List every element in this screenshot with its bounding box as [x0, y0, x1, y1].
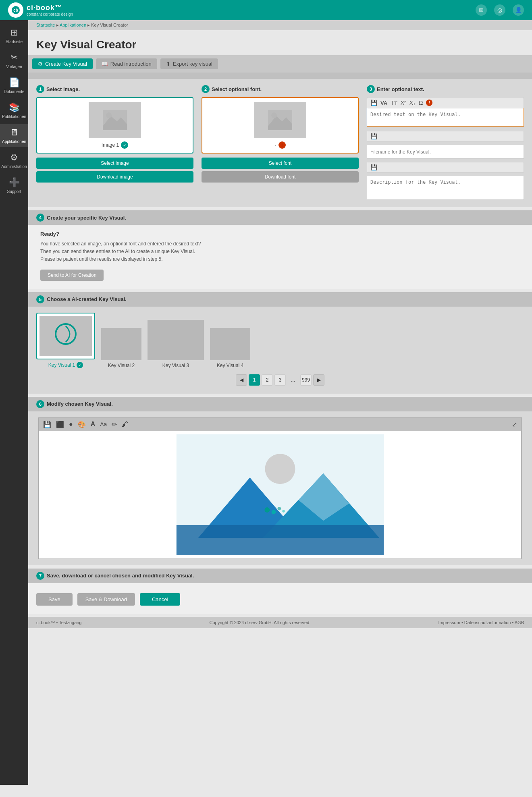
sidebar-item-startseite[interactable]: ⊞ Startseite [0, 24, 28, 47]
kv3-preview-icon [148, 320, 204, 360]
send-ai-button[interactable]: Send to AI for Creation [40, 270, 104, 281]
topbar: cb ci·book™ constant corporate design ✉ … [0, 0, 532, 20]
kv2-item[interactable]: Key Visual 2 [101, 328, 141, 368]
step5-header-label: Choose a AI-created Key Visual. [47, 296, 127, 302]
sidebar-label-startseite: Startseite [6, 39, 23, 44]
editor-format-icon[interactable]: 🖌 [122, 421, 128, 428]
subscript-icon[interactable]: X₁ [409, 100, 416, 106]
svg-text:cb: cb [13, 8, 18, 12]
page-prev[interactable]: ◀ [236, 374, 247, 386]
sidebar-item-publikationen[interactable]: 📚 Publikationen [0, 99, 28, 122]
editor-pen-icon[interactable]: ✏ [112, 421, 117, 428]
omega-icon[interactable]: Ω [419, 100, 423, 106]
tab-create[interactable]: ⚙ Create Key Visual [32, 58, 93, 69]
footer-impressum[interactable]: Impressum [438, 620, 460, 625]
gap5 [28, 614, 532, 617]
sidebar-item-support[interactable]: ➕ Support [0, 174, 28, 197]
step6-panel: 💾 ⬛ ● 🎨 A Aa ✏ 🖌 ⤢ [28, 411, 532, 565]
text-input[interactable] [367, 108, 524, 127]
editor-font-size-icon[interactable]: Aa [100, 421, 107, 428]
step4-ready-text: You have selected an image, an optional … [40, 240, 520, 264]
kv1-check: ✓ [77, 362, 83, 368]
kv4-item[interactable]: Key Visual 4 [210, 328, 250, 368]
svg-rect-18 [177, 525, 384, 555]
editor-color-icon[interactable]: 🎨 [78, 421, 86, 428]
step1-label: 1 Select image. [36, 85, 193, 93]
superscript-icon[interactable]: X² [401, 100, 406, 106]
kv4-thumb [210, 328, 250, 360]
save-button[interactable]: Save [36, 593, 73, 606]
kv2-thumb [101, 328, 141, 360]
step3-label: 3 Enter optional text. [367, 85, 524, 93]
editor-crop-icon[interactable]: ⬛ [56, 421, 64, 428]
editor-text-icon[interactable]: A [91, 421, 96, 428]
footer-datenschutz[interactable]: Datenschutzinformation [464, 620, 511, 625]
step2-label: 2 Select optional font. [202, 85, 359, 93]
sidebar-item-applikationen[interactable]: 🖥 Applikationen [0, 124, 28, 147]
kv3-name: Key Visual 3 [162, 363, 189, 368]
svg-point-21 [278, 507, 281, 511]
select-font-button[interactable]: Select font [202, 158, 359, 169]
breadcrumb-applikationen[interactable]: Applikationen [60, 23, 86, 27]
kv1-label: Key Visual 1 ✓ [48, 362, 83, 368]
filename-input[interactable] [367, 145, 524, 159]
sidebar-label-administration: Administration [1, 164, 27, 169]
sidebar-item-administration[interactable]: ⚙ Administration [0, 149, 28, 172]
step4-badge: 4 [36, 214, 44, 222]
save-tool-icon[interactable]: 💾 [370, 100, 377, 106]
step4-ready-title: Ready? [40, 231, 520, 237]
tab-read[interactable]: 📖 Read introduction [96, 58, 157, 69]
description-row: 💾 [367, 162, 524, 172]
editor-fill-icon[interactable]: ● [69, 421, 73, 428]
tab-export-label: Export key visual [173, 61, 212, 67]
kv1-item[interactable]: Key Visual 1 ✓ [36, 313, 95, 368]
step2-preview: - ! [202, 97, 359, 154]
filename-row: 💾 [367, 131, 524, 141]
sidebar-label-publikationen: Publikationen [2, 114, 26, 119]
page-999[interactable]: 999 [300, 374, 312, 386]
logo-tagline: constant corporate design [27, 12, 73, 17]
sidebar-item-dokumente[interactable]: 📄 Dokumente [0, 74, 28, 97]
action-row: Save Save & Download Cancel [36, 593, 524, 606]
user-icon[interactable]: 👤 [513, 4, 524, 16]
cancel-button[interactable]: Cancel [140, 593, 180, 606]
page-3[interactable]: 3 [274, 374, 286, 386]
gap2 [28, 289, 532, 292]
download-font-button[interactable]: Download font [202, 171, 359, 183]
description-input[interactable] [367, 176, 524, 200]
step2-thumb [254, 102, 306, 138]
kv4-label: Key Visual 4 [217, 363, 244, 368]
breadcrumb-startseite[interactable]: Startseite [36, 23, 55, 27]
steps-123-header [28, 73, 532, 79]
editor-canvas[interactable] [42, 434, 518, 555]
email-icon[interactable]: ✉ [476, 4, 487, 16]
compass-icon[interactable]: ◎ [494, 4, 505, 16]
text-format-icon[interactable]: Tᴛ [391, 100, 397, 106]
page-2[interactable]: 2 [262, 374, 273, 386]
tab-read-label: Read introduction [110, 61, 152, 67]
svg-point-19 [264, 507, 270, 513]
select-image-button[interactable]: Select image [36, 158, 193, 169]
kv3-item[interactable]: Key Visual 3 [148, 320, 204, 368]
editor-expand-icon[interactable]: ⤢ [512, 421, 517, 428]
steps-123-panel: 1 Select image. Image 1 ✓ [28, 79, 532, 207]
text-warn-icon: ! [426, 100, 432, 106]
step6-header-label: Modify chosen Key Visual. [47, 401, 113, 407]
save-download-button[interactable]: Save & Download [77, 593, 135, 606]
page-next[interactable]: ▶ [313, 374, 324, 386]
page-1[interactable]: 1 [249, 374, 260, 386]
svg-rect-10 [101, 328, 141, 360]
download-image-button[interactable]: Download image [36, 171, 193, 183]
layout: ⊞ Startseite ✂ Vorlagen 📄 Dokumente 📚 Pu… [0, 20, 532, 785]
publikationen-icon: 📚 [9, 102, 20, 113]
svg-point-22 [282, 510, 285, 512]
editor-save-icon[interactable]: 💾 [43, 421, 51, 428]
text-toolbar: 💾 VA Tᴛ X² X₁ Ω ! [367, 97, 524, 108]
kv4-name: Key Visual 4 [217, 363, 244, 368]
font-kern-icon[interactable]: VA [380, 100, 387, 106]
sidebar-item-vorlagen[interactable]: ✂ Vorlagen [0, 49, 28, 72]
footer-agb[interactable]: AGB [515, 620, 524, 625]
kv2-preview-icon [101, 328, 141, 360]
tab-export[interactable]: ⬆ Export key visual [160, 58, 218, 69]
step4-header-label: Create your specific Key Visual. [47, 215, 126, 221]
